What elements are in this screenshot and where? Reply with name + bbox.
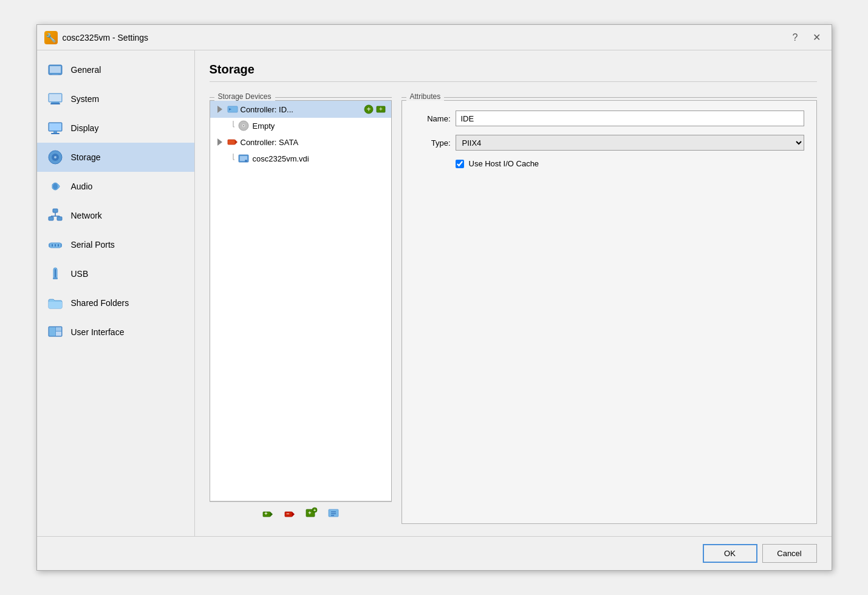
name-row: Name: (414, 110, 804, 126)
storage-devices-label: Storage Devices (214, 92, 275, 101)
svg-rect-4 (49, 94, 61, 101)
name-label: Name: (414, 114, 451, 123)
sidebar-label-general: General (71, 65, 101, 75)
sidebar: General System (37, 50, 195, 536)
close-button[interactable]: ✕ (809, 30, 824, 44)
attributes-pane: Name: Type: PIIX4 PIIX3 ICH6 (402, 100, 817, 524)
empty-disk[interactable]: Empty (210, 118, 391, 134)
app-icon: 🔧 (44, 31, 58, 44)
titlebar-controls: ? ✕ (789, 30, 824, 44)
type-label: Type: (414, 138, 451, 148)
cache-checkbox[interactable] (456, 160, 464, 168)
svg-rect-1 (50, 66, 61, 73)
window-title: cosc2325vm - Settings (63, 33, 149, 42)
sidebar-item-system[interactable]: System (37, 84, 194, 114)
storage-devices-container: Storage Devices Controller: (210, 92, 392, 524)
type-select[interactable]: PIIX4 PIIX3 ICH6 (456, 135, 804, 151)
sidebar-item-general[interactable]: General (37, 55, 194, 84)
svg-marker-27 (61, 243, 62, 248)
sidebar-item-audio[interactable]: Audio (37, 172, 194, 201)
svg-marker-56 (270, 512, 273, 517)
sidebar-item-ui[interactable]: User Interface (37, 318, 194, 347)
titlebar: 🔧 cosc2325vm - Settings ? ✕ (37, 25, 832, 50)
system-icon (47, 90, 64, 107)
vdi-disk[interactable]: cosc2325vm.vdi (210, 151, 391, 166)
controller-ide-icon (215, 104, 225, 114)
sidebar-item-network[interactable]: Network (37, 201, 194, 230)
svg-marker-59 (292, 512, 295, 517)
svg-rect-16 (49, 217, 53, 220)
storage-icon (47, 149, 64, 166)
sidebar-label-display: Display (71, 123, 99, 133)
svg-text:+: + (313, 508, 315, 512)
cache-label[interactable]: Use Host I/O Cache (469, 159, 539, 168)
cancel-button[interactable]: Cancel (762, 544, 817, 563)
svg-rect-2 (52, 73, 58, 75)
svg-rect-6 (50, 103, 60, 104)
sidebar-item-storage[interactable]: Storage (37, 143, 194, 172)
ok-button[interactable]: OK (703, 544, 757, 563)
devices-pane: Controller: ID... + + (210, 100, 392, 501)
attributes-container: Attributes Name: Type: PIIX4 (402, 92, 817, 524)
tree-line-icon (232, 121, 234, 131)
svg-rect-34 (56, 332, 61, 336)
page-title: Storage (210, 63, 817, 82)
svg-text:−: − (286, 511, 289, 517)
controller-sata[interactable]: Controller: SATA (210, 134, 391, 151)
help-button[interactable]: ? (789, 31, 802, 44)
controller-sata-icon (215, 137, 225, 147)
svg-marker-35 (217, 106, 222, 113)
main-panel: Storage Storage Devices (195, 50, 832, 536)
controller-ide[interactable]: Controller: ID... + + (210, 101, 391, 118)
svg-marker-47 (217, 138, 222, 146)
sata-drive-icon (227, 137, 238, 148)
add-disk-icon[interactable]: + (375, 104, 386, 115)
svg-rect-9 (53, 131, 57, 133)
svg-rect-24 (55, 244, 56, 246)
footer: OK Cancel (37, 536, 832, 570)
sidebar-item-shared[interactable]: Shared Folders (37, 288, 194, 318)
svg-text:+: + (379, 106, 383, 112)
svg-text:+: + (366, 105, 371, 114)
sidebar-label-ui: User Interface (71, 327, 125, 337)
display-icon (47, 120, 64, 137)
network-icon (47, 207, 64, 224)
sidebar-label-storage: Storage (71, 152, 101, 162)
sidebar-item-usb[interactable]: USB (37, 259, 194, 288)
add-controller-btn[interactable]: + (259, 506, 276, 520)
remove-attachment-btn[interactable] (325, 506, 342, 520)
svg-point-54 (245, 160, 247, 162)
sidebar-label-usb: USB (71, 269, 89, 279)
svg-rect-25 (58, 244, 59, 246)
svg-marker-26 (49, 243, 50, 248)
usb-icon (47, 265, 64, 282)
controller-sata-label: Controller: SATA (241, 138, 299, 147)
titlebar-left: 🔧 cosc2325vm - Settings (44, 31, 149, 44)
sidebar-item-serial[interactable]: Serial Ports (37, 230, 194, 259)
svg-rect-48 (228, 140, 235, 144)
cache-row: Use Host I/O Cache (456, 159, 804, 168)
controller-ide-label: Controller: ID... (241, 105, 293, 114)
svg-rect-23 (52, 244, 53, 246)
svg-rect-29 (55, 269, 56, 277)
general-icon (47, 61, 64, 78)
svg-rect-30 (53, 277, 58, 279)
sidebar-item-display[interactable]: Display (37, 114, 194, 143)
empty-disk-label: Empty (253, 121, 275, 131)
svg-point-13 (54, 156, 56, 158)
svg-rect-32 (49, 327, 55, 336)
svg-rect-33 (56, 327, 61, 331)
name-input[interactable] (456, 110, 804, 126)
hdd-icon (238, 153, 249, 164)
content-area: General System (37, 50, 832, 536)
add-attachment-btn[interactable]: + + (303, 506, 320, 520)
vdi-disk-label: cosc2325vm.vdi (253, 154, 309, 163)
main-window: 🔧 cosc2325vm - Settings ? ✕ General (36, 24, 832, 571)
sidebar-label-system: System (71, 94, 100, 104)
add-optical-icon[interactable]: + (363, 104, 374, 115)
remove-controller-btn[interactable]: − (281, 506, 298, 520)
sidebar-label-audio: Audio (71, 182, 93, 191)
svg-rect-8 (49, 123, 61, 131)
svg-rect-15 (53, 209, 58, 212)
svg-text:+: + (308, 510, 311, 516)
